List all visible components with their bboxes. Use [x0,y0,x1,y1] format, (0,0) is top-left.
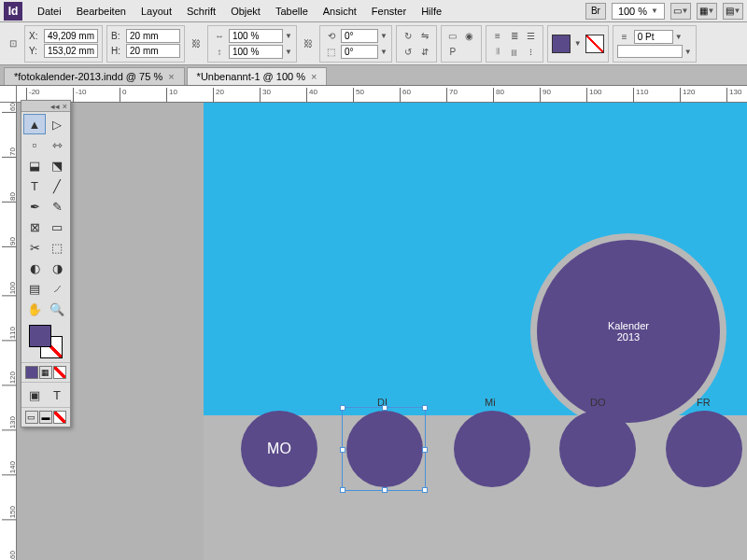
menu-objekt[interactable]: Objekt [223,2,268,21]
close-icon[interactable]: × [311,71,317,82]
menu-schrift[interactable]: Schrift [179,2,223,21]
rotate-input[interactable] [341,29,378,43]
rotate-cw-icon[interactable]: ↻ [401,28,416,43]
constrain-icon[interactable]: ⛓ [189,36,204,51]
menu-datei[interactable]: Datei [30,2,69,21]
fill-stroke-control[interactable] [21,321,70,362]
day-circle-mo[interactable]: MO [241,411,317,487]
apply-gradient-icon[interactable]: ▦ [39,366,52,379]
preview-view-icon[interactable]: T [46,385,68,405]
tab-fotokalender[interactable]: *fotokalender-2013.indd @ 75 %× [4,67,185,85]
content-placer-icon[interactable]: ⬔ [46,155,68,175]
rotate-ccw-icon[interactable]: ↺ [401,44,416,59]
gap-tool[interactable]: ⇿ [46,134,68,155]
height-input[interactable] [126,44,180,58]
bridge-button[interactable]: Br [585,3,606,20]
rectangle-tool[interactable]: ▭ [46,217,68,237]
align-4-icon[interactable]: ⫴ [490,44,505,59]
menu-fenster[interactable]: Fenster [364,2,414,21]
stroke-icon: ≡ [617,29,632,44]
chevron-down-icon[interactable]: ▼ [574,39,582,48]
direct-selection-tool[interactable]: ▷ [46,114,68,134]
align-3-icon[interactable]: ☰ [524,28,539,43]
eyedropper-tool[interactable]: ⟋ [46,278,68,299]
select-content-icon[interactable]: ◉ [462,28,477,43]
flip-h-icon[interactable]: ⇋ [417,28,432,43]
menu-layout[interactable]: Layout [134,2,179,21]
fill-swatch-icon[interactable] [552,35,571,53]
zoom-tool[interactable]: 🔍 [46,299,68,319]
day-circle-di[interactable] [346,411,423,487]
day-circle-do[interactable] [559,411,636,487]
rotate-icon: ⟲ [324,28,339,43]
selection-tool[interactable]: ▲ [23,114,46,134]
menu-tabelle[interactable]: Tabelle [268,2,316,21]
menu-bearbeiten[interactable]: Bearbeiten [69,2,134,21]
free-transform-tool[interactable]: ⬚ [46,237,68,258]
apply-none-icon[interactable] [53,366,66,379]
stroke-style-selector[interactable] [617,45,683,58]
vertical-ruler[interactable]: 60708090100110120130140150160 [0,103,17,560]
para-style-icon[interactable]: P [445,44,460,59]
horizontal-ruler[interactable]: -20-100102030405060708090100110120130140 [17,86,747,103]
page-tool[interactable]: ▫ [23,134,46,155]
control-bar: ⊡ X: Y: B: H: ⛓ ↔▼ ↕▼ ⛓ ⟲▼ ⬚▼ ↻⇋ ↺⇵ ▭◉ P… [0,22,747,65]
stroke-weight-input[interactable] [634,30,673,44]
view-mode-3-icon[interactable] [53,411,66,424]
screen-mode-button[interactable]: ▭▼ [670,3,691,20]
align-2-icon[interactable]: ≣ [507,28,522,43]
transform-tools: ↻⇋ ↺⇵ [396,25,437,63]
day-circle-mi[interactable] [454,411,530,487]
scale-group: ↔▼ ↕▼ [207,25,297,63]
ruler-origin[interactable] [0,86,17,103]
toolbox-header[interactable]: ◂◂ × [21,101,70,112]
note-tool[interactable]: ▤ [23,278,46,299]
scale-x-input[interactable] [229,29,283,43]
w-label: B: [111,31,124,41]
width-input[interactable] [126,29,180,43]
apply-color-icon[interactable] [25,366,38,379]
close-icon[interactable]: × [63,102,67,111]
size-group: B: H: [106,25,185,63]
workspace: -20-100102030405060708090100110120130140… [0,86,747,560]
menu-ansicht[interactable]: Ansicht [316,2,364,21]
hand-tool[interactable]: ✋ [23,299,46,319]
type-tool[interactable]: T [23,175,46,196]
menu-hilfe[interactable]: Hilfe [414,2,449,21]
pen-tool[interactable]: ✒ [23,196,46,217]
gradient-feather-tool[interactable]: ◑ [46,258,68,278]
reference-point-icon[interactable]: ⊡ [6,36,21,51]
day-circle-fr[interactable] [666,411,742,487]
flip-v-icon[interactable]: ⇵ [417,44,432,59]
content-collector-icon[interactable]: ⬓ [23,155,46,175]
line-tool[interactable]: ╱ [46,175,68,196]
close-icon[interactable]: × [168,71,174,82]
y-input[interactable] [44,44,98,58]
shear-input[interactable] [341,45,378,59]
scissors-tool[interactable]: ✂ [23,237,46,258]
select-container-icon[interactable]: ▭ [445,28,460,43]
normal-view-icon[interactable]: ▣ [23,385,46,405]
align-6-icon[interactable]: ⫶ [524,44,539,59]
x-input[interactable] [44,29,98,43]
fill-color-icon[interactable] [29,325,51,347]
title-line1: Kalender [608,320,649,331]
scale-y-input[interactable] [229,45,283,59]
view-mode-1-icon[interactable]: ▭ [25,411,38,424]
gradient-swatch-tool[interactable]: ◐ [23,258,46,278]
tab-unbenannt[interactable]: *Unbenannt-1 @ 100 %× [187,67,328,85]
canvas[interactable]: Kalender 2013 MODIMiDOFR [17,103,747,560]
no-stroke-icon[interactable] [585,35,604,53]
day-label: DI [377,397,388,408]
arrange-button[interactable]: ▦▼ [697,3,717,20]
pencil-tool[interactable]: ✎ [46,196,68,217]
zoom-selector[interactable]: 100 %▼ [612,3,665,20]
workspace-button[interactable]: ▤▼ [723,3,743,20]
rectangle-frame-tool[interactable]: ⊠ [23,217,46,237]
align-5-icon[interactable]: ⫼ [507,44,522,59]
h-label: H: [111,46,124,56]
align-1-icon[interactable]: ≡ [490,28,505,43]
collapse-icon[interactable]: ◂◂ [50,102,60,111]
constrain-scale-icon[interactable]: ⛓ [301,36,316,51]
view-mode-2-icon[interactable]: ▬ [39,411,52,424]
